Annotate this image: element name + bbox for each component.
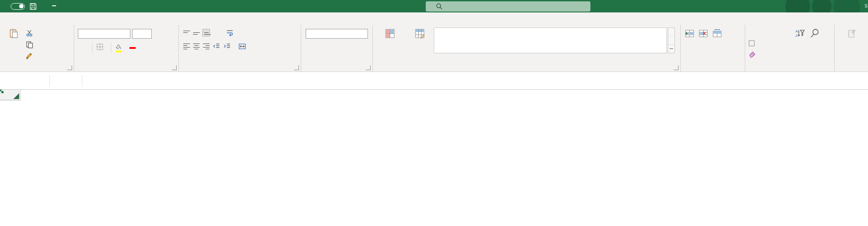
avatar-blob xyxy=(785,0,810,12)
align-center-button[interactable] xyxy=(193,44,200,50)
fill-color-bar xyxy=(116,51,122,52)
account-avatar xyxy=(781,0,868,12)
fill-icon xyxy=(749,40,755,46)
gallery-scroll-up-button[interactable] xyxy=(668,28,674,36)
customize-qat-button[interactable] xyxy=(52,5,56,7)
sort-filter-button[interactable]: A Z xyxy=(795,28,805,45)
font-dialog-launcher[interactable] xyxy=(172,65,177,70)
formula-bar xyxy=(0,72,868,90)
borders-icon xyxy=(96,43,104,51)
font-size-select[interactable] xyxy=(132,29,152,39)
search-input[interactable] xyxy=(426,1,590,12)
clear-button[interactable] xyxy=(749,49,761,58)
gallery-more-bar-icon xyxy=(670,48,673,49)
save-icon xyxy=(29,3,37,10)
delete-cells-icon xyxy=(698,28,708,39)
borders-button[interactable] xyxy=(96,43,104,52)
divider xyxy=(92,43,93,52)
gallery-more-button[interactable] xyxy=(668,45,674,53)
font-color-button[interactable] xyxy=(129,47,136,49)
merge-center-button[interactable] xyxy=(238,43,250,50)
formula-input[interactable] xyxy=(82,75,868,87)
decrease-indent-button[interactable] xyxy=(213,43,220,50)
find-select-button[interactable] xyxy=(810,28,820,45)
search-icon xyxy=(436,3,443,10)
quick-access-toolbar xyxy=(0,3,56,10)
number-dialog-launcher[interactable] xyxy=(366,65,371,70)
increase-indent-button[interactable] xyxy=(223,43,231,50)
conditional-formatting-button[interactable] xyxy=(375,28,404,46)
bottom-align-button[interactable] xyxy=(203,29,210,36)
select-all-triangle-icon xyxy=(13,93,19,99)
group-alignment xyxy=(179,25,301,71)
toggle-knob-icon xyxy=(19,4,24,8)
group-cells xyxy=(681,25,745,71)
wrap-text-button[interactable] xyxy=(226,29,236,36)
cut-icon xyxy=(26,29,33,37)
paste-icon xyxy=(8,28,19,39)
redo-button[interactable] xyxy=(46,5,47,7)
align-right-button[interactable] xyxy=(203,44,210,50)
font-color-bar xyxy=(129,47,136,49)
find-select-icon xyxy=(810,28,820,39)
middle-align-button[interactable] xyxy=(193,31,200,35)
align-left-button[interactable] xyxy=(183,44,190,50)
sort-filter-icon: A Z xyxy=(795,28,805,39)
undo-button[interactable] xyxy=(41,5,42,7)
wrap-text-icon xyxy=(226,29,234,36)
avatar-blob xyxy=(833,0,860,12)
top-align-button[interactable] xyxy=(183,31,190,35)
avatar-blob xyxy=(812,0,832,12)
customize-qat-bar-icon xyxy=(52,5,56,6)
format-as-table-button[interactable] xyxy=(405,28,434,46)
document-title-area xyxy=(191,0,199,12)
fill-color-button[interactable] xyxy=(115,43,122,52)
select-all-button[interactable] xyxy=(0,90,20,100)
svg-text:Z: Z xyxy=(795,34,798,38)
ribbon: A Z xyxy=(0,25,868,72)
fill-button[interactable] xyxy=(749,39,761,48)
divider xyxy=(111,43,111,52)
merge-center-icon xyxy=(238,43,246,50)
sensitivity-icon xyxy=(846,28,856,39)
number-format-select[interactable] xyxy=(306,29,368,39)
autosum-button[interactable] xyxy=(749,28,761,37)
format-painter-button[interactable] xyxy=(26,52,38,60)
column-header-strip xyxy=(0,90,20,100)
conditional-formatting-icon xyxy=(385,28,395,39)
clipped-edge-glyph: S xyxy=(864,4,868,8)
insert-cells-icon xyxy=(684,28,694,39)
copy-icon xyxy=(26,41,33,48)
copy-button[interactable] xyxy=(26,40,38,49)
font-name-select[interactable] xyxy=(78,29,130,39)
fill-color-icon xyxy=(115,43,122,50)
group-editing: A Z xyxy=(745,25,835,71)
clear-icon xyxy=(749,50,756,58)
insert-cells-button[interactable] xyxy=(684,28,694,40)
group-font xyxy=(74,25,179,71)
clipboard-dialog-launcher[interactable] xyxy=(67,65,72,70)
cut-button[interactable] xyxy=(26,28,38,37)
gallery-scroll-down-button[interactable] xyxy=(668,36,674,45)
name-box[interactable] xyxy=(1,75,50,87)
format-painter-icon xyxy=(26,52,33,60)
delete-cells-button[interactable] xyxy=(698,28,708,40)
excel-window: S xyxy=(0,0,868,226)
alignment-dialog-launcher[interactable] xyxy=(294,65,299,70)
format-cells-button[interactable] xyxy=(712,28,722,40)
autosave-toggle[interactable] xyxy=(11,3,25,10)
save-button[interactable] xyxy=(29,3,37,10)
ribbon-tab-bar xyxy=(0,12,868,25)
styles-dialog-launcher[interactable] xyxy=(674,65,678,70)
group-styles xyxy=(373,25,681,71)
cell-styles-gallery xyxy=(434,28,667,53)
title-bar: S xyxy=(0,0,868,12)
format-cells-icon xyxy=(712,28,722,39)
format-as-table-icon xyxy=(415,28,425,39)
group-clipboard xyxy=(0,25,74,71)
group-number xyxy=(301,25,373,71)
group-sensitivity xyxy=(835,25,868,71)
sensitivity-button[interactable] xyxy=(846,28,856,41)
worksheet-grid xyxy=(0,90,868,226)
paste-button[interactable] xyxy=(4,28,23,62)
